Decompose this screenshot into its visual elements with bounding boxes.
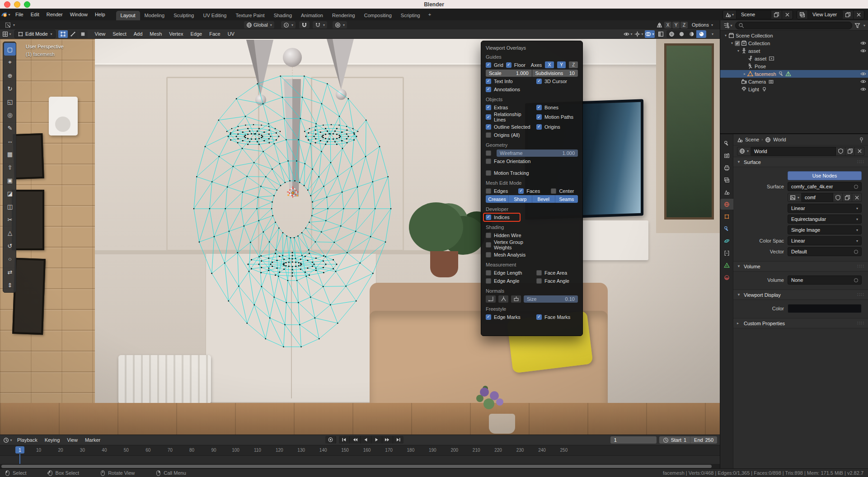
prev-keyframe-button[interactable] [350, 436, 361, 444]
collection-checkbox[interactable]: ✓ [735, 41, 740, 46]
wireframe-slider[interactable]: Wireframe1.000 [497, 150, 578, 157]
viewport-menu-mesh[interactable]: Mesh [146, 29, 165, 38]
outliner-row-camera[interactable]: Camera [720, 78, 868, 85]
overlay-option-relationship-lines[interactable]: Relationship Lines [486, 112, 534, 122]
new-world-button[interactable] [845, 147, 855, 156]
face-select-mode-button[interactable] [78, 30, 88, 38]
edge-length-checkbox[interactable] [486, 270, 491, 276]
delete-view-layer-button[interactable] [854, 10, 864, 19]
overlay-option-vertex-group-weights[interactable]: Vertex Group Weights [486, 239, 534, 250]
outliner-item-label[interactable]: Pose [755, 64, 766, 69]
origins-all-checkbox[interactable] [486, 132, 491, 138]
mirror-z-toggle[interactable]: Z [680, 22, 688, 28]
timeline-menu-playback[interactable]: Playback [14, 435, 41, 444]
volume-shader-field[interactable]: None [788, 276, 862, 285]
image-unlink-button[interactable] [852, 193, 862, 202]
source-dropdown[interactable]: Single Image▾ [788, 225, 862, 234]
tool-move[interactable]: ⊕ [4, 69, 16, 82]
tool-spin[interactable]: ↺ [4, 239, 16, 252]
properties-tab-object[interactable] [720, 211, 733, 222]
workspace-tab-compositing[interactable]: Compositing [360, 11, 396, 20]
timeline-menu-marker[interactable]: Marker [81, 435, 104, 444]
timeline-ruler[interactable]: 1102030405060708090100110120130140150160… [0, 445, 720, 456]
workspace-tab-uv-editing[interactable]: UV Editing [198, 11, 231, 20]
timeline-scrollbar-thumb[interactable] [1, 465, 712, 468]
tool-inset-faces[interactable]: ▣ [4, 174, 16, 187]
properties-tab-material[interactable] [720, 272, 733, 283]
custom-properties-panel-header[interactable]: ▸Custom Properties∷∷ [733, 318, 868, 328]
bones-checkbox[interactable] [536, 105, 542, 110]
outliner-item-label[interactable]: facemesh [755, 71, 776, 77]
timeline-menu-keying[interactable]: Keying [41, 435, 64, 444]
overlay-option-item[interactable] [486, 150, 494, 156]
overlay-option-center[interactable]: Center [551, 188, 578, 194]
surface-shader-field[interactable]: comfy_cafe_4k.exr [788, 182, 862, 191]
tool-bevel[interactable]: ◪ [4, 187, 16, 200]
overlays-dropdown[interactable]: ▾ [645, 30, 655, 38]
workspace-tab-modeling[interactable]: Modeling [140, 11, 169, 20]
outliner-row-scene-collection[interactable]: ▾Scene Collection [720, 32, 868, 39]
view-layer-name[interactable]: View Layer [808, 12, 843, 17]
viewport-menu-vertex[interactable]: Vertex [165, 29, 187, 38]
mode-dropdown[interactable]: Edit Mode▾ [14, 30, 56, 38]
size-slider[interactable]: Size0.10 [524, 295, 578, 303]
transform-orientation-dropdown[interactable]: Global▾ [244, 21, 274, 28]
workspace-tab-shading[interactable]: Shading [269, 11, 296, 20]
extras-checkbox[interactable] [486, 105, 491, 110]
shading-wireframe-button[interactable] [666, 30, 676, 38]
properties-tab-tool[interactable] [720, 138, 733, 149]
delete-scene-button[interactable] [782, 10, 793, 19]
frame-end-field[interactable]: End250 [690, 436, 717, 444]
tool-cursor[interactable]: ⌖ [4, 56, 16, 69]
tool-scale[interactable]: ◱ [4, 95, 16, 108]
timeline-track[interactable] [0, 456, 720, 464]
overlay-option-face-angle[interactable]: Face Angle [536, 278, 578, 284]
overlay-option-motion-tracking[interactable]: Motion Tracking [486, 170, 534, 176]
bevel-toggle-button[interactable]: Bevel [532, 195, 555, 203]
browse-scene-button[interactable]: ▾ [723, 10, 737, 19]
vertex-select-mode-button[interactable] [58, 30, 68, 38]
workspace-tab-texture-paint[interactable]: Texture Paint [231, 11, 269, 20]
pin-icon[interactable] [859, 137, 864, 143]
browse-image-button[interactable]: ▾ [788, 193, 802, 202]
menu-help[interactable]: Help [91, 10, 109, 19]
auto-keying-toggle[interactable] [325, 436, 336, 444]
viewport-menu-add[interactable]: Add [130, 29, 146, 38]
shading-settings-dropdown[interactable]: ▾ [707, 30, 717, 38]
grid-checkbox[interactable] [486, 62, 491, 68]
browse-world-button[interactable]: ▾ [737, 147, 751, 156]
outliner-row-light[interactable]: Light [720, 85, 868, 93]
shading-solid-button[interactable] [676, 30, 686, 38]
timeline-editor-type-button[interactable]: ▾ [3, 436, 13, 444]
edge-marks-checkbox[interactable] [486, 314, 491, 320]
snap-toggle[interactable] [299, 21, 310, 28]
next-keyframe-button[interactable] [382, 436, 393, 444]
playhead[interactable]: 1 [15, 446, 24, 454]
pivot-point-dropdown[interactable]: ▾ [281, 21, 296, 28]
workspace-tab-sculpting[interactable]: Sculpting [169, 11, 198, 20]
tool-knife[interactable]: ✂ [4, 213, 16, 226]
copy-scene-button[interactable] [771, 10, 782, 19]
blender-logo-icon[interactable]: ▾ [0, 12, 12, 18]
outliner-row-pose[interactable]: Pose [720, 62, 868, 70]
surface-panel-header[interactable]: ▼Surface∷∷ [733, 157, 868, 167]
overlay-option-3d-cursor[interactable]: 3D Cursor [536, 79, 578, 84]
projection-dropdown[interactable]: Equirectangular▾ [788, 215, 862, 224]
expand-arrow[interactable]: ▸ [742, 72, 747, 76]
face-marks-checkbox[interactable] [536, 314, 542, 320]
properties-tab-scene[interactable] [720, 187, 733, 197]
outliner-item-label[interactable]: Scene Collection [736, 33, 773, 38]
overlay-option-edge-angle[interactable]: Edge Angle [486, 278, 534, 284]
image-name-field[interactable]: comf [802, 193, 833, 202]
face-area-checkbox[interactable] [536, 270, 542, 276]
overlay-option-text-info[interactable]: Text Info [486, 79, 534, 84]
tool-transform[interactable]: ◎ [4, 108, 16, 121]
axis-x-toggle[interactable]: X [545, 61, 554, 68]
overlay-option-motion-paths[interactable]: Motion Paths [536, 114, 578, 120]
center-checkbox[interactable] [551, 188, 556, 194]
timeline-menu-view[interactable]: View [63, 435, 81, 444]
overlay-option-hidden-wire[interactable]: Hidden Wire [486, 233, 534, 238]
workspace-tab-scripting[interactable]: Scripting [396, 11, 425, 20]
edge-select-mode-button[interactable] [68, 30, 78, 38]
tool-extrude[interactable]: ⇧ [4, 161, 16, 173]
